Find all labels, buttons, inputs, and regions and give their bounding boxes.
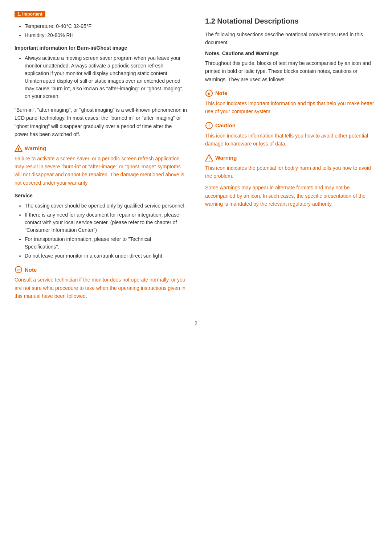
service-item-3: For transportation information, please r… bbox=[25, 235, 187, 251]
note-icon-2: e bbox=[15, 266, 23, 274]
notes-cautions-heading: Notes, Cautions and Warnings bbox=[205, 50, 377, 56]
warning-text-right-1: This icon indicates the potential for bo… bbox=[205, 164, 377, 180]
caution-icon-right bbox=[205, 122, 213, 130]
temp-humidity-list: Temperature: 0-40°C 32-95°F Humidity: 20… bbox=[15, 22, 187, 39]
svg-rect-12 bbox=[209, 160, 209, 160]
warning-block-right: Warning This icon indicates the potentia… bbox=[205, 154, 377, 208]
service-heading: Service bbox=[15, 193, 187, 198]
caution-label-right: Caution bbox=[215, 122, 236, 128]
warning-icon-right bbox=[205, 154, 213, 162]
section-title: 1.2 Notational Descriptions bbox=[205, 17, 377, 25]
service-list: The casing cover should be opened only b… bbox=[15, 202, 187, 260]
note-label-2: Note bbox=[25, 267, 37, 273]
caution-text-right: This icon indicates information that tel… bbox=[205, 132, 377, 148]
warning-label-1: Warning bbox=[25, 145, 46, 151]
warning-text-right-2: Some warnings may appear in alternate fo… bbox=[205, 184, 377, 208]
svg-text:e: e bbox=[17, 267, 20, 272]
important-badge: 1. Important bbox=[15, 11, 45, 17]
svg-rect-8 bbox=[209, 124, 209, 126]
burn-list: Always activate a moving screen saver pr… bbox=[15, 54, 187, 100]
note-title-2: e Note bbox=[15, 266, 187, 274]
warning-icon-1 bbox=[15, 144, 23, 152]
temperature-item: Temperature: 0-40°C 32-95°F bbox=[25, 22, 187, 30]
note-title-right: e Note bbox=[205, 89, 377, 97]
service-item-1: The casing cover should be opened only b… bbox=[25, 202, 187, 210]
warning-block-1: Warning Failure to activate a screen sav… bbox=[15, 144, 187, 187]
service-item-2: If there is any need for any document fo… bbox=[25, 211, 187, 234]
svg-rect-2 bbox=[18, 150, 19, 151]
svg-rect-1 bbox=[18, 148, 19, 150]
svg-rect-11 bbox=[209, 157, 209, 159]
left-column: 1. Important Temperature: 0-40°C 32-95°F… bbox=[15, 11, 187, 306]
note-text-2: Consult a service technician if the moni… bbox=[15, 276, 187, 300]
right-column: 1.2 Notational Descriptions The followin… bbox=[201, 11, 377, 306]
note-block-2: e Note Consult a service technician if t… bbox=[15, 266, 187, 300]
caution-block-right: Caution This icon indicates information … bbox=[205, 122, 377, 148]
caution-title-right: Caution bbox=[205, 122, 377, 130]
warning-text-1: Failure to activate a screen saver, or a… bbox=[15, 155, 187, 187]
note-text-right: This icon indicates important informatio… bbox=[205, 99, 377, 116]
service-item-4: Do not leave your monitor in a car/trunk… bbox=[25, 252, 187, 260]
svg-rect-9 bbox=[209, 127, 209, 127]
burn-heading: Important information for Burn-in/Ghost … bbox=[15, 45, 187, 51]
burn-extra-text: "Burn-in", "after-imaging", or "ghost im… bbox=[15, 106, 187, 139]
note-icon-right: e bbox=[205, 89, 213, 97]
note-label-right: Note bbox=[215, 90, 227, 96]
warning-title-right: Warning bbox=[205, 154, 377, 162]
note-block-right: e Note This icon indicates important inf… bbox=[205, 89, 377, 116]
intro-text: The following subsections describe notat… bbox=[205, 30, 377, 47]
notes-intro-text: Throughout this guide, blocks of text ma… bbox=[205, 59, 377, 83]
page-number: 2 bbox=[15, 320, 377, 326]
warning-title-1: Warning bbox=[15, 144, 187, 152]
warning-label-right: Warning bbox=[215, 155, 237, 161]
section-divider bbox=[205, 11, 377, 11]
humidity-item: Humidity: 20-80% RH bbox=[25, 32, 187, 39]
burn-bullet-1: Always activate a moving screen saver pr… bbox=[25, 54, 187, 100]
svg-text:e: e bbox=[208, 91, 211, 96]
